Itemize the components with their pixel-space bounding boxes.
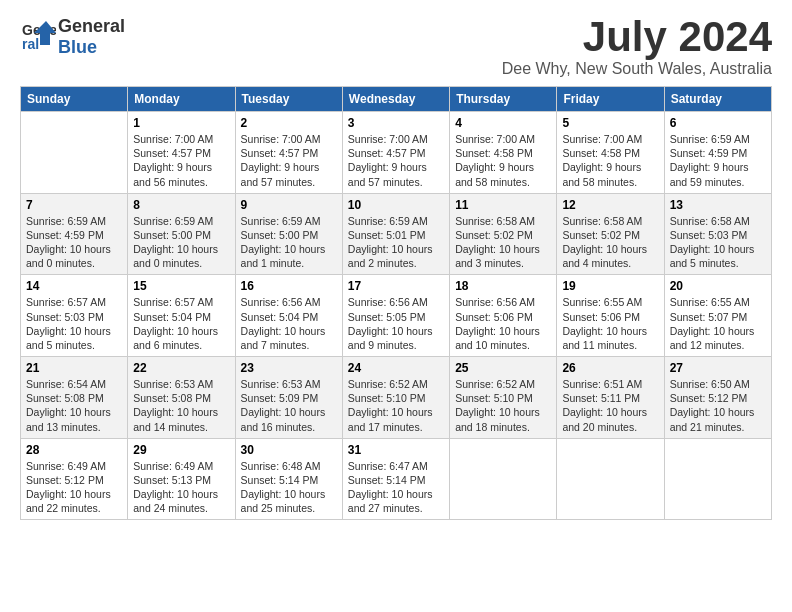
- cell-info: Sunrise: 6:54 AMSunset: 5:08 PMDaylight:…: [26, 377, 122, 434]
- cell-date: 15: [133, 279, 229, 293]
- calendar-cell: 25Sunrise: 6:52 AMSunset: 5:10 PMDayligh…: [450, 357, 557, 439]
- cell-info: Sunrise: 6:49 AMSunset: 5:12 PMDaylight:…: [26, 459, 122, 516]
- calendar-cell: 28Sunrise: 6:49 AMSunset: 5:12 PMDayligh…: [21, 438, 128, 520]
- cell-info: Sunrise: 6:59 AMSunset: 4:59 PMDaylight:…: [670, 132, 766, 189]
- cell-date: 7: [26, 198, 122, 212]
- calendar-cell: 21Sunrise: 6:54 AMSunset: 5:08 PMDayligh…: [21, 357, 128, 439]
- cell-date: 1: [133, 116, 229, 130]
- cell-date: 5: [562, 116, 658, 130]
- cell-info: Sunrise: 6:55 AMSunset: 5:07 PMDaylight:…: [670, 295, 766, 352]
- header-monday: Monday: [128, 87, 235, 112]
- cell-info: Sunrise: 6:57 AMSunset: 5:03 PMDaylight:…: [26, 295, 122, 352]
- cell-date: 21: [26, 361, 122, 375]
- cell-date: 24: [348, 361, 444, 375]
- calendar-cell: 30Sunrise: 6:48 AMSunset: 5:14 PMDayligh…: [235, 438, 342, 520]
- cell-info: Sunrise: 7:00 AMSunset: 4:57 PMDaylight:…: [241, 132, 337, 189]
- cell-info: Sunrise: 6:56 AMSunset: 5:05 PMDaylight:…: [348, 295, 444, 352]
- header-wednesday: Wednesday: [342, 87, 449, 112]
- cell-date: 19: [562, 279, 658, 293]
- cell-info: Sunrise: 6:51 AMSunset: 5:11 PMDaylight:…: [562, 377, 658, 434]
- week-row-3: 14Sunrise: 6:57 AMSunset: 5:03 PMDayligh…: [21, 275, 772, 357]
- cell-info: Sunrise: 6:58 AMSunset: 5:02 PMDaylight:…: [562, 214, 658, 271]
- calendar-cell: 9Sunrise: 6:59 AMSunset: 5:00 PMDaylight…: [235, 193, 342, 275]
- logo-wrapper: Gene ral General Blue: [20, 16, 125, 58]
- logo-text: General Blue: [58, 16, 125, 58]
- cell-info: Sunrise: 6:59 AMSunset: 5:00 PMDaylight:…: [133, 214, 229, 271]
- cell-info: Sunrise: 6:52 AMSunset: 5:10 PMDaylight:…: [348, 377, 444, 434]
- calendar-cell: 12Sunrise: 6:58 AMSunset: 5:02 PMDayligh…: [557, 193, 664, 275]
- cell-date: 20: [670, 279, 766, 293]
- title-block: July 2024 Dee Why, New South Wales, Aust…: [502, 16, 772, 78]
- calendar-cell: 19Sunrise: 6:55 AMSunset: 5:06 PMDayligh…: [557, 275, 664, 357]
- cell-date: 27: [670, 361, 766, 375]
- cell-date: 29: [133, 443, 229, 457]
- cell-info: Sunrise: 6:53 AMSunset: 5:08 PMDaylight:…: [133, 377, 229, 434]
- cell-info: Sunrise: 6:53 AMSunset: 5:09 PMDaylight:…: [241, 377, 337, 434]
- cell-date: 2: [241, 116, 337, 130]
- cell-date: 9: [241, 198, 337, 212]
- cell-info: Sunrise: 6:58 AMSunset: 5:03 PMDaylight:…: [670, 214, 766, 271]
- cell-info: Sunrise: 6:52 AMSunset: 5:10 PMDaylight:…: [455, 377, 551, 434]
- cell-date: 22: [133, 361, 229, 375]
- cell-date: 31: [348, 443, 444, 457]
- cell-date: 12: [562, 198, 658, 212]
- cell-date: 16: [241, 279, 337, 293]
- header-sunday: Sunday: [21, 87, 128, 112]
- logo-svg-icon: Gene ral: [20, 19, 56, 55]
- cell-info: Sunrise: 6:50 AMSunset: 5:12 PMDaylight:…: [670, 377, 766, 434]
- cell-info: Sunrise: 7:00 AMSunset: 4:57 PMDaylight:…: [133, 132, 229, 189]
- logo-general-text: General: [58, 16, 125, 37]
- calendar-cell: 6Sunrise: 6:59 AMSunset: 4:59 PMDaylight…: [664, 112, 771, 194]
- cell-info: Sunrise: 6:59 AMSunset: 5:01 PMDaylight:…: [348, 214, 444, 271]
- calendar-cell: 17Sunrise: 6:56 AMSunset: 5:05 PMDayligh…: [342, 275, 449, 357]
- cell-date: 26: [562, 361, 658, 375]
- week-row-4: 21Sunrise: 6:54 AMSunset: 5:08 PMDayligh…: [21, 357, 772, 439]
- calendar-cell: 31Sunrise: 6:47 AMSunset: 5:14 PMDayligh…: [342, 438, 449, 520]
- calendar-cell: [557, 438, 664, 520]
- calendar-cell: 14Sunrise: 6:57 AMSunset: 5:03 PMDayligh…: [21, 275, 128, 357]
- calendar-cell: [450, 438, 557, 520]
- cell-info: Sunrise: 7:00 AMSunset: 4:58 PMDaylight:…: [562, 132, 658, 189]
- cell-date: 10: [348, 198, 444, 212]
- calendar-cell: 26Sunrise: 6:51 AMSunset: 5:11 PMDayligh…: [557, 357, 664, 439]
- cell-info: Sunrise: 6:47 AMSunset: 5:14 PMDaylight:…: [348, 459, 444, 516]
- calendar-cell: 4Sunrise: 7:00 AMSunset: 4:58 PMDaylight…: [450, 112, 557, 194]
- cell-date: 25: [455, 361, 551, 375]
- calendar-cell: [21, 112, 128, 194]
- header-friday: Friday: [557, 87, 664, 112]
- cell-info: Sunrise: 6:48 AMSunset: 5:14 PMDaylight:…: [241, 459, 337, 516]
- calendar-cell: 11Sunrise: 6:58 AMSunset: 5:02 PMDayligh…: [450, 193, 557, 275]
- calendar-header-row: SundayMondayTuesdayWednesdayThursdayFrid…: [21, 87, 772, 112]
- cell-date: 8: [133, 198, 229, 212]
- cell-date: 11: [455, 198, 551, 212]
- calendar-subtitle: Dee Why, New South Wales, Australia: [502, 60, 772, 78]
- cell-date: 3: [348, 116, 444, 130]
- calendar-table: SundayMondayTuesdayWednesdayThursdayFrid…: [20, 86, 772, 520]
- cell-info: Sunrise: 6:59 AMSunset: 4:59 PMDaylight:…: [26, 214, 122, 271]
- calendar-cell: 8Sunrise: 6:59 AMSunset: 5:00 PMDaylight…: [128, 193, 235, 275]
- page-header: Gene ral General Blue July 2024 Dee Why,…: [20, 16, 772, 78]
- week-row-5: 28Sunrise: 6:49 AMSunset: 5:12 PMDayligh…: [21, 438, 772, 520]
- cell-date: 6: [670, 116, 766, 130]
- logo-blue-text: Blue: [58, 37, 125, 58]
- cell-info: Sunrise: 6:56 AMSunset: 5:04 PMDaylight:…: [241, 295, 337, 352]
- cell-date: 14: [26, 279, 122, 293]
- calendar-cell: 27Sunrise: 6:50 AMSunset: 5:12 PMDayligh…: [664, 357, 771, 439]
- cell-date: 30: [241, 443, 337, 457]
- cell-info: Sunrise: 6:57 AMSunset: 5:04 PMDaylight:…: [133, 295, 229, 352]
- calendar-cell: 13Sunrise: 6:58 AMSunset: 5:03 PMDayligh…: [664, 193, 771, 275]
- calendar-cell: 7Sunrise: 6:59 AMSunset: 4:59 PMDaylight…: [21, 193, 128, 275]
- calendar-cell: 3Sunrise: 7:00 AMSunset: 4:57 PMDaylight…: [342, 112, 449, 194]
- svg-text:ral: ral: [22, 36, 39, 52]
- cell-date: 23: [241, 361, 337, 375]
- calendar-cell: [664, 438, 771, 520]
- calendar-cell: 1Sunrise: 7:00 AMSunset: 4:57 PMDaylight…: [128, 112, 235, 194]
- calendar-cell: 16Sunrise: 6:56 AMSunset: 5:04 PMDayligh…: [235, 275, 342, 357]
- header-thursday: Thursday: [450, 87, 557, 112]
- cell-date: 28: [26, 443, 122, 457]
- calendar-title: July 2024: [502, 16, 772, 58]
- calendar-cell: 23Sunrise: 6:53 AMSunset: 5:09 PMDayligh…: [235, 357, 342, 439]
- calendar-cell: 15Sunrise: 6:57 AMSunset: 5:04 PMDayligh…: [128, 275, 235, 357]
- cell-info: Sunrise: 6:55 AMSunset: 5:06 PMDaylight:…: [562, 295, 658, 352]
- cell-info: Sunrise: 6:56 AMSunset: 5:06 PMDaylight:…: [455, 295, 551, 352]
